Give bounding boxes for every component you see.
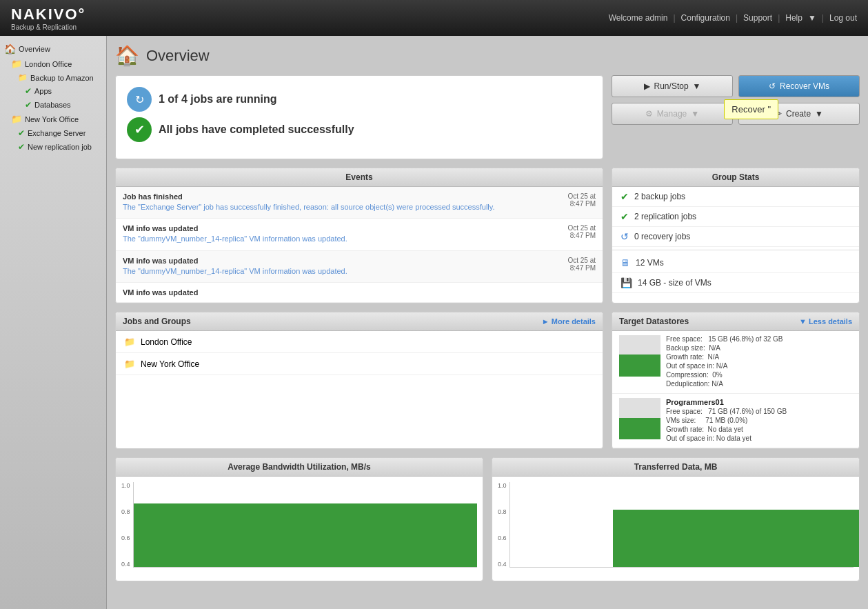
- datastore-item-1: Free space: 15 GB (46.8%) of 32 GB Backu…: [612, 331, 859, 394]
- charts-row: Average Bandwidth Utilization, MB/s 1.0 …: [115, 457, 860, 581]
- jobs-group-newyork[interactable]: 📁 New York Office: [116, 353, 603, 375]
- datastore-item-2: Programmers01 Free space: 71 GB (47.6%) …: [612, 394, 859, 448]
- nav-sep3: |: [778, 13, 780, 23]
- check-icon-exchange: ✔: [18, 128, 25, 138]
- check-icon-databases: ✔: [25, 100, 32, 110]
- sidebar-item-apps[interactable]: ✔ Apps: [0, 84, 106, 98]
- datastore-growth-2: Growth rate: No data yet: [666, 426, 852, 433]
- group-stats-header: Group Stats: [612, 168, 859, 187]
- transferred-bar-fill: [613, 510, 860, 568]
- more-details-link[interactable]: ► More details: [542, 317, 596, 326]
- stat-replication-jobs: ✔ 2 replication jobs: [612, 207, 859, 227]
- sidebar-item-overview[interactable]: 🏠 Overview: [0, 41, 106, 57]
- recover-popup: Recover ": [724, 99, 778, 119]
- status-ok-text: All jobs have completed successfully: [159, 123, 354, 136]
- event-desc-3: The "dummyVM_number_14-replica" VM infor…: [123, 266, 562, 277]
- event-time-3: Oct 25 at8:47 PM: [567, 257, 596, 277]
- datastore-backupsize-1: Backup size: N/A: [666, 344, 852, 352]
- create-dropdown-icon: ▼: [815, 109, 823, 119]
- datastore-name-2: Programmers01: [666, 398, 852, 406]
- jobs-newyork-label: New York Office: [141, 359, 199, 369]
- y-label-0.8-bw: 0.8: [121, 508, 130, 515]
- nav-sep1: |: [673, 13, 675, 23]
- folder-icon-london: 📁: [11, 59, 22, 69]
- status-panel: ↻ 1 of 4 jobs are running ✔ All jobs hav…: [115, 75, 603, 159]
- sidebar-item-backup-amazon[interactable]: 📁 Backup to Amazon: [0, 71, 106, 84]
- events-list: Job has finished The "Exchange Server" j…: [116, 187, 603, 303]
- target-datastores-header: Target Datastores ▼ Less details: [612, 312, 859, 331]
- replication-jobs-icon: ✔: [620, 211, 629, 222]
- event-title-3: VM info was updated: [123, 257, 562, 265]
- recover-vms-label: Recover VMs: [780, 81, 829, 91]
- stat-backup-jobs: ✔ 2 backup jobs: [612, 187, 859, 207]
- less-details-link[interactable]: ▼ Less details: [799, 317, 852, 326]
- y-label-1.0-bw: 1.0: [121, 482, 130, 489]
- stat-vms: 🖥 12 VMs: [612, 253, 859, 273]
- group-stats-panel: Group Stats ✔ 2 backup jobs ✔ 2 replicat…: [612, 168, 860, 303]
- welcome-text: Welcome admin: [609, 13, 668, 23]
- datastore-info-2: Programmers01 Free space: 71 GB (47.6%) …: [666, 398, 852, 443]
- configuration-link[interactable]: Configuration: [681, 13, 730, 23]
- manage-label: Manage: [657, 109, 687, 119]
- sidebar-item-newyork-office[interactable]: 📁 New York Office: [0, 112, 106, 126]
- content-area: 🏠 Overview ↻ 1 of 4 jobs are running ✔ A…: [107, 36, 868, 609]
- jobs-panel: Jobs and Groups ► More details 📁 London …: [115, 312, 603, 449]
- bandwidth-bars: [133, 482, 477, 568]
- recover-vms-button[interactable]: ↺ Recover VMs: [738, 75, 860, 97]
- event-desc-1: The "Exchange Server" job has successful…: [123, 202, 562, 212]
- sidebar-item-exchange[interactable]: ✔ Exchange Server: [0, 126, 106, 140]
- events-panel-header: Events: [116, 168, 603, 187]
- home-icon: 🏠: [4, 43, 16, 54]
- run-stop-button[interactable]: ▶ Run/Stop ▼: [612, 75, 733, 97]
- datastore-freespace-1: Free space: 15 GB (46.8%) of 32 GB: [666, 335, 852, 343]
- datastore-growth-1: Growth rate: N/A: [666, 353, 852, 361]
- y-label-1.0-td: 1.0: [498, 482, 507, 489]
- overview-header: 🏠 Overview: [115, 44, 860, 67]
- create-label: Create: [786, 109, 811, 119]
- sidebar-replication-label: New replication job: [28, 143, 92, 151]
- vms-size-text: 14 GB - size of VMs: [638, 278, 711, 288]
- datastore-dedup-1: Deduplication: N/A: [666, 380, 852, 388]
- middle-panels: Events Job has finished The "Exchange Se…: [115, 168, 860, 303]
- jobs-group-london[interactable]: 📁 London Office: [116, 331, 603, 353]
- bottom-panels: Jobs and Groups ► More details 📁 London …: [115, 312, 860, 449]
- logout-link[interactable]: Log out: [829, 13, 857, 23]
- logo: NAKIVO° Backup & Replication: [11, 6, 85, 31]
- y-label-0.4-td: 0.4: [498, 561, 507, 568]
- help-link[interactable]: Help: [785, 13, 803, 23]
- runstop-icon: ▶: [644, 81, 650, 91]
- datastore-outofspace-1: Out of space in: N/A: [666, 362, 852, 370]
- sidebar-item-databases[interactable]: ✔ Databases: [0, 98, 106, 112]
- run-stop-label: Run/Stop: [654, 81, 689, 91]
- help-dropdown-icon[interactable]: ▼: [808, 13, 816, 23]
- support-link[interactable]: Support: [743, 13, 772, 23]
- datastore-outofspace-2: Out of space in: No data yet: [666, 435, 852, 442]
- running-icon: ↻: [127, 87, 152, 112]
- event-item-3: VM info was updated The "dummyVM_number_…: [116, 251, 603, 283]
- folder-icon-newyork: 📁: [11, 114, 22, 124]
- sidebar-item-london-office[interactable]: 📁 London Office: [0, 57, 106, 71]
- sidebar: 🏠 Overview 📁 London Office 📁 Backup to A…: [0, 36, 107, 609]
- event-desc-2: The "dummyVM_number_14-replica" VM infor…: [123, 234, 562, 244]
- ok-icon: ✔: [127, 117, 152, 142]
- events-panel: Events Job has finished The "Exchange Se…: [115, 168, 603, 303]
- nav-right: Welcome admin | Configuration | Support …: [609, 13, 857, 23]
- bandwidth-y-axis: 1.0 0.8 0.6 0.4: [121, 482, 133, 568]
- runstop-dropdown-icon: ▼: [693, 81, 701, 91]
- bandwidth-chart-panel: Average Bandwidth Utilization, MB/s 1.0 …: [115, 457, 483, 581]
- sidebar-item-replication[interactable]: ✔ New replication job: [0, 140, 106, 154]
- manage-button[interactable]: ⚙ Manage ▼: [612, 103, 733, 125]
- recovery-jobs-text: 0 recovery jobs: [634, 232, 690, 241]
- vms-icon: 🖥: [620, 257, 630, 268]
- folder-icon-backup: 📁: [18, 73, 28, 82]
- y-label-0.4-bw: 0.4: [121, 561, 130, 568]
- sidebar-exchange-label: Exchange Server: [28, 129, 85, 137]
- datastore-vmssize-2: VMs size: 71 MB (0.0%): [666, 417, 852, 424]
- action-row-1: ▶ Run/Stop ▼ ↺ Recover VMs: [612, 75, 860, 97]
- datastore-compression-1: Compression: 0%: [666, 371, 852, 379]
- transferred-chart-area: 1.0 0.8 0.6 0.4: [492, 477, 859, 573]
- bandwidth-chart-header: Average Bandwidth Utilization, MB/s: [116, 458, 483, 477]
- sidebar-overview-label: Overview: [19, 45, 50, 53]
- target-datastores-title: Target Datastores: [619, 317, 689, 326]
- sidebar-databases-label: Databases: [34, 101, 71, 109]
